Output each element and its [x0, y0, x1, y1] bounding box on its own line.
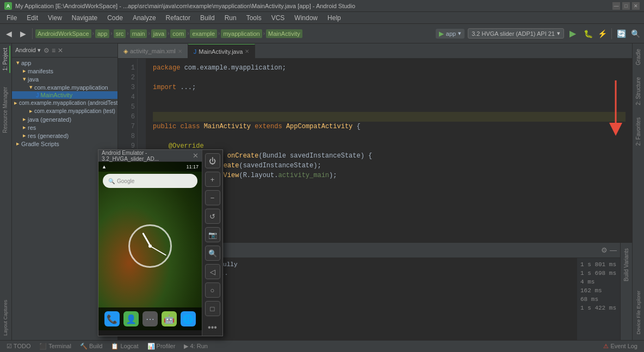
tree-item-com-example[interactable]: ▾ com.example.myapplication	[12, 83, 117, 91]
code-line-10: protected void onCreate(Bundle savedInst…	[153, 151, 626, 161]
profile-button[interactable]: ⚡	[596, 27, 609, 40]
status-run[interactable]: ▶ 4: Run	[182, 343, 209, 350]
tree-item-manifests[interactable]: ▸ manifests	[12, 67, 117, 75]
tab-project[interactable]: 1: Project	[1, 46, 10, 73]
code-line-14	[153, 190, 626, 200]
tree-item-java[interactable]: ▾ java	[12, 75, 117, 83]
tree-item-app[interactable]: ▾ app	[12, 59, 117, 67]
tab-device-file-explorer[interactable]: Device File Explorer	[635, 287, 642, 338]
tree-item-java-generated[interactable]: ▸ java (generated)	[12, 115, 117, 123]
build-settings-icon[interactable]: ⚙	[601, 246, 608, 254]
emu-power-btn[interactable]: ⏻	[205, 153, 220, 168]
panel-close-icon[interactable]: ✕	[57, 46, 64, 55]
sync-button[interactable]: 🔄	[615, 27, 628, 40]
panel-icons: ⚙ ≡ ✕	[43, 46, 64, 55]
emu-screenshot-btn[interactable]: 📷	[205, 227, 220, 242]
menu-run[interactable]: Run	[220, 13, 241, 23]
status-event-log[interactable]: ⚠ Event Log	[601, 343, 640, 350]
status-logcat[interactable]: 📋 Logcat	[109, 343, 140, 350]
tab-build-variants[interactable]: Build Variants	[622, 245, 630, 285]
minimize-button[interactable]: —	[612, 2, 620, 10]
debug-button[interactable]: 🐛	[581, 27, 595, 40]
menu-refactor[interactable]: Refactor	[162, 13, 195, 23]
code-line-13: }	[153, 180, 626, 190]
tree-label: MainActivity	[41, 92, 73, 98]
tab-close-java[interactable]: ✕	[245, 48, 249, 54]
emu-app-phone[interactable]: 📞	[104, 311, 120, 326]
close-button[interactable]: ✕	[632, 2, 640, 10]
emu-vol-up-btn[interactable]: +	[205, 172, 220, 187]
breadcrumb-com[interactable]: com	[170, 29, 186, 38]
menu-navigate[interactable]: Navigate	[67, 13, 102, 23]
emu-app-contacts[interactable]: 👤	[123, 311, 139, 326]
menu-window[interactable]: Window	[290, 13, 322, 23]
menu-edit[interactable]: Edit	[22, 13, 42, 23]
xml-tab-icon: ◈	[123, 48, 128, 55]
emulator-close-button[interactable]: ✕	[193, 152, 199, 160]
tree-item-res-generated[interactable]: ▸ res (generated)	[12, 131, 117, 140]
menu-tools[interactable]: Tools	[242, 13, 266, 23]
maximize-button[interactable]: □	[622, 2, 630, 10]
toolbar-forward-btn[interactable]: ▶	[16, 27, 29, 40]
menu-code[interactable]: Code	[103, 13, 127, 23]
avd-selector[interactable]: 3.2 HVGA slider (ADP1) API 21 ▾	[468, 28, 564, 39]
breadcrumb-mainactivity[interactable]: MainActivity	[266, 29, 302, 38]
emu-app-browser[interactable]: 🌐	[181, 311, 196, 326]
breadcrumb-main[interactable]: main	[130, 29, 147, 38]
tree-item-mainactivity[interactable]: J MainActivity	[12, 91, 117, 99]
emu-more-btn[interactable]: •••	[208, 323, 217, 332]
breadcrumb-myapplication[interactable]: myapplication	[221, 29, 262, 38]
emu-rotate-btn[interactable]: ↺	[205, 209, 220, 224]
android-dropdown[interactable]: Android ▾	[15, 47, 41, 54]
menu-analyze[interactable]: Analyze	[128, 13, 160, 23]
status-terminal[interactable]: ⬛ Terminal	[37, 343, 73, 350]
emu-back-btn[interactable]: ◁	[205, 264, 220, 279]
tab-gradle[interactable]: Gradle	[634, 46, 642, 68]
tab-activity-main-xml[interactable]: ◈ activity_main.xml ✕	[118, 44, 188, 58]
emu-square-btn[interactable]: □	[205, 301, 220, 316]
menu-file[interactable]: File	[2, 13, 21, 23]
emu-zoom-btn[interactable]: 🔍	[205, 246, 220, 261]
run-config-selector[interactable]: ▶ app ▾	[436, 29, 465, 39]
code-line-12: setContentView(R.layout.activity_main);	[153, 171, 626, 180]
menu-vcs[interactable]: VCS	[267, 13, 289, 23]
emu-app-launcher[interactable]: ⋯	[143, 311, 158, 326]
breadcrumb-example[interactable]: example	[190, 29, 217, 38]
panel-filter-icon[interactable]: ≡	[51, 46, 56, 55]
folder-icon: ▾	[23, 76, 26, 83]
run-button[interactable]: ▶	[565, 26, 580, 41]
emu-app-android[interactable]: 🤖	[162, 311, 177, 326]
search-everywhere-button[interactable]: 🔍	[629, 27, 642, 40]
breadcrumb-workspace[interactable]: AndroidWorkSpace	[35, 29, 91, 38]
emulator-search-bar[interactable]: 🔍 Google	[103, 174, 197, 188]
status-profiler[interactable]: 📊 Profiler	[145, 343, 178, 350]
tab-structure[interactable]: 2: Structure	[634, 74, 642, 109]
menu-build[interactable]: Build	[196, 13, 219, 23]
toolbar-back-btn[interactable]: ◀	[2, 27, 15, 40]
tree-item-gradle-scripts[interactable]: ▸ Gradle Scripts	[12, 140, 117, 148]
tree-item-androidtest[interactable]: ▸ com.example.myapplication (androidTest…	[12, 99, 117, 107]
tree-item-res[interactable]: ▸ res	[12, 123, 117, 131]
menu-help[interactable]: Help	[323, 13, 345, 23]
tab-favorites[interactable]: 2: Favorites	[634, 114, 642, 149]
menu-view[interactable]: View	[44, 13, 66, 23]
avd-name: 3.2 HVGA slider (ADP1) API 21	[472, 30, 555, 37]
emu-home-btn[interactable]: ○	[205, 282, 220, 298]
toolbar: ◀ ▶ AndroidWorkSpace › app › src › main …	[0, 24, 644, 43]
status-todo[interactable]: ☑ TODO	[4, 343, 33, 350]
tab-mainactivity-java[interactable]: J MainActivity.java ✕	[188, 44, 256, 58]
status-right: ⚠ Event Log	[601, 343, 640, 350]
emu-vol-down-btn[interactable]: −	[205, 190, 220, 205]
breadcrumb-app[interactable]: app	[95, 29, 109, 38]
logcat-icon: 📋	[111, 343, 120, 349]
breadcrumb-src[interactable]: src	[114, 29, 126, 38]
tab-layout-captures[interactable]: Layout Captures	[2, 298, 10, 338]
panel-settings-icon[interactable]: ⚙	[43, 46, 50, 55]
tab-close-xml[interactable]: ✕	[178, 48, 182, 54]
build-minimize-icon[interactable]: —	[610, 246, 617, 254]
breadcrumb-java[interactable]: java	[151, 29, 166, 38]
tab-resource-manager[interactable]: Resource Manager	[1, 85, 10, 135]
status-build[interactable]: 🔨 Build	[78, 343, 105, 350]
tree-item-test[interactable]: ▸ com.example.myapplication (test)	[12, 107, 117, 115]
build-time-5: 68 ms	[580, 295, 617, 304]
